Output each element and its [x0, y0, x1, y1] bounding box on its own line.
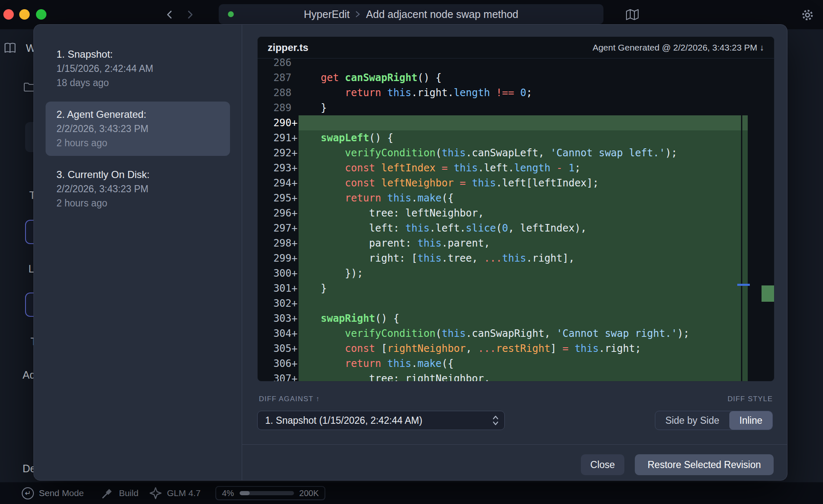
- send-mode-label: Send Mode: [39, 488, 84, 498]
- side-by-side-button[interactable]: Side by Side: [655, 411, 729, 430]
- code-line-294: 294+ const leftNeighbor = this.left[left…: [258, 176, 774, 191]
- document-tab[interactable]: HyperEdit Add adjacent node swap method: [219, 4, 603, 24]
- code-line-289: 289}: [258, 100, 774, 115]
- unsaved-indicator-dot: [228, 11, 234, 17]
- breadcrumb-separator-icon: [355, 10, 361, 18]
- revision-stamp[interactable]: Agent Generated @ 2/2/2026, 3:43:23 PM ↓: [593, 43, 764, 53]
- code-line-305: 305+ const [rightNeighbor, ...restRight]…: [258, 341, 774, 356]
- revision-date: 2/2/2026, 3:43:23 PM: [56, 122, 219, 136]
- code-line-298: 298+ parent: this.parent,: [258, 236, 774, 251]
- close-window-button[interactable]: [3, 9, 14, 20]
- revision-list: 1. Snapshot:1/15/2026, 2:42:44 AM18 days…: [34, 25, 242, 480]
- code-line-287: 287get canSwapRight() {: [258, 70, 774, 85]
- breadcrumb: HyperEdit Add adjacent node swap method: [304, 8, 519, 20]
- revision-label: 2. Agent Generated:: [56, 107, 219, 122]
- build-control[interactable]: Build: [101, 487, 138, 499]
- diff-against-value: 1. Snapshot (1/15/2026, 2:42:44 AM): [265, 415, 422, 426]
- back-chevron-icon[interactable]: [165, 10, 175, 20]
- code-line-297: 297+ left: this.left.slice(0, leftIndex)…: [258, 221, 774, 236]
- code-line-300: 300+ });: [258, 266, 774, 281]
- revision-item[interactable]: 2. Agent Generated:2/2/2026, 3:43:23 PM2…: [46, 102, 230, 156]
- diff-style-toggle: Side by Side Inline: [655, 411, 773, 430]
- settings-gear-icon[interactable]: [801, 9, 814, 21]
- return-key-icon: ↵: [22, 487, 34, 499]
- scrollbar-position-marker: [737, 284, 750, 286]
- context-usage-meter: 4% 200K: [215, 486, 326, 500]
- code-line-288: 288 return this.right.length !== 0;: [258, 85, 774, 100]
- context-progress-bar: [240, 491, 294, 495]
- code-line-290: 290+: [258, 115, 774, 130]
- code-line-293: 293+ const leftIndex = this.left.length …: [258, 160, 774, 176]
- map-icon[interactable]: [626, 9, 639, 20]
- context-percent: 4%: [222, 489, 234, 498]
- inline-button[interactable]: Inline: [729, 411, 772, 430]
- stepper-chevrons-icon: [492, 414, 499, 427]
- code-line-295: 295+ return this.make({: [258, 191, 774, 206]
- model-label: GLM 4.7: [167, 488, 201, 498]
- forward-chevron-icon[interactable]: [185, 10, 195, 20]
- footer-divider: [242, 444, 787, 445]
- scrollbar-track-line[interactable]: [741, 59, 742, 381]
- revision-item[interactable]: 1. Snapshot:1/15/2026, 2:42:44 AM18 days…: [46, 41, 230, 96]
- document-title: Add adjacent node swap method: [366, 8, 518, 20]
- minimize-window-button[interactable]: [19, 9, 30, 20]
- revision-ago: 18 days ago: [56, 76, 219, 90]
- code-line-304: 304+ verifyCondition(this.canSwapRight, …: [258, 326, 774, 341]
- revision-label: 1. Snapshot:: [56, 47, 219, 61]
- hammer-icon: [101, 487, 114, 499]
- restore-button[interactable]: Restore Selected Revision: [635, 454, 774, 475]
- close-button[interactable]: Close: [581, 454, 624, 475]
- context-progress-fill: [240, 491, 250, 495]
- code-line-301: 301+}: [258, 281, 774, 296]
- diff-overview-marker: [762, 285, 774, 302]
- statusbar: ↵ Send Mode Build GLM 4.7 4% 200K: [0, 482, 823, 504]
- code-line-291: 291+swapLeft() {: [258, 130, 774, 145]
- revision-ago: 2 hours ago: [56, 196, 219, 210]
- code-line-296: 296+ tree: leftNeighbor,: [258, 206, 774, 221]
- code-line-306: 306+ return this.make({: [258, 356, 774, 371]
- diff-panel-header: zipper.ts Agent Generated @ 2/2/2026, 3:…: [258, 37, 774, 59]
- sparkle-icon: [149, 487, 162, 499]
- code-line-302: 302+: [258, 296, 774, 311]
- revision-history-dialog: 1. Snapshot:1/15/2026, 2:42:44 AM18 days…: [33, 24, 787, 481]
- revision-label: 3. Currently On Disk:: [56, 168, 219, 182]
- app-name: HyperEdit: [304, 8, 350, 20]
- build-label: Build: [119, 488, 138, 498]
- diff-style-label: DIFF STYLE: [728, 395, 773, 403]
- context-limit: 200K: [299, 489, 319, 498]
- code-line-303: 303+swapRight() {: [258, 311, 774, 326]
- diff-against-select[interactable]: 1. Snapshot (1/15/2026, 2:42:44 AM): [257, 411, 505, 430]
- code-diff: 286287get canSwapRight() {288 return thi…: [258, 55, 774, 382]
- diff-panel: zipper.ts Agent Generated @ 2/2/2026, 3:…: [257, 36, 774, 382]
- revision-date: 2/2/2026, 3:43:23 PM: [56, 182, 219, 196]
- book-icon[interactable]: [3, 42, 17, 54]
- revision-item[interactable]: 3. Currently On Disk:2/2/2026, 3:43:23 P…: [46, 162, 230, 216]
- fullscreen-window-button[interactable]: [36, 9, 46, 20]
- model-selector[interactable]: GLM 4.7: [149, 487, 201, 499]
- code-line-299: 299+ right: [this.tree, ...this.right],: [258, 251, 774, 266]
- code-line-307: 307+ tree: rightNeighbor,: [258, 371, 774, 382]
- code-line-292: 292+ verifyCondition(this.canSwapLeft, '…: [258, 145, 774, 160]
- revision-date: 1/15/2026, 2:42:44 AM: [56, 61, 219, 76]
- diff-against-label: DIFF AGAINST ↑: [259, 395, 320, 403]
- file-name: zipper.ts: [268, 42, 308, 53]
- revision-ago: 2 hours ago: [56, 136, 219, 150]
- send-mode-control[interactable]: ↵ Send Mode: [22, 487, 84, 499]
